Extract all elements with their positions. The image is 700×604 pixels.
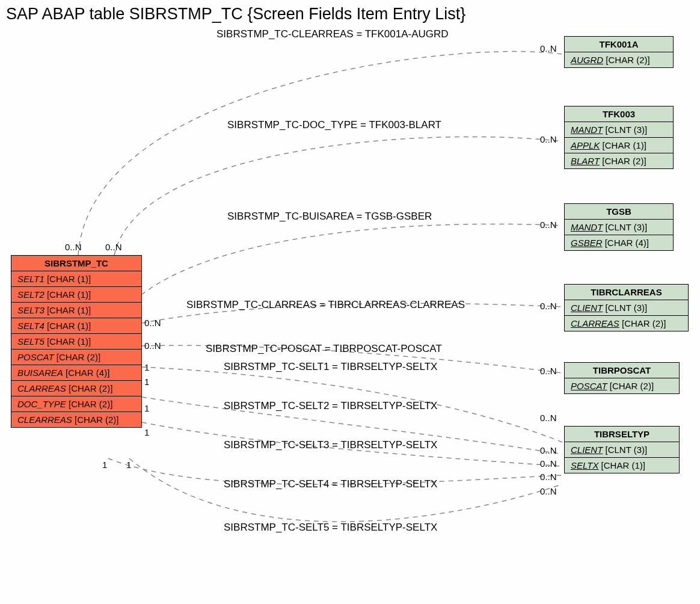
field-row: POSCAT [CHAR (2)] <box>11 350 141 365</box>
cardinality: 1 <box>144 403 149 413</box>
field-row: CLIENT [CLNT (3)] <box>565 442 679 458</box>
field-row: SELT3 [CHAR (1)] <box>11 303 141 318</box>
field-row: AUGRD [CHAR (2)] <box>565 52 673 67</box>
field-row: SELTX [CHAR (1)] <box>565 458 679 473</box>
cardinality: 0..N <box>144 341 161 351</box>
cardinality: 0..N <box>540 366 557 376</box>
cardinality: 0..N <box>540 43 557 54</box>
field-row: CLARREAS [CHAR (2)] <box>11 381 141 396</box>
cardinality: 0..N <box>540 458 557 469</box>
cardinality: 0..N <box>540 220 557 230</box>
cardinality: 1 <box>126 460 131 470</box>
entity-header: TIBRPOSCAT <box>565 363 679 378</box>
cardinality: 1 <box>144 362 149 372</box>
entity-header: TGSB <box>565 204 673 220</box>
field-row: POSCAT [CHAR (2)] <box>565 378 679 393</box>
field-row: SELT4 [CHAR (1)] <box>11 318 141 334</box>
rel-label: SIBRSTMP_TC-CLEARREAS = TFK001A-AUGRD <box>216 28 449 40</box>
cardinality: 1 <box>102 460 107 470</box>
field-row: BUISAREA [CHAR (4)] <box>11 365 141 381</box>
entity-sibrstmp-tc: SIBRSTMP_TC SELT1 [CHAR (1)] SELT2 [CHAR… <box>11 255 142 428</box>
rel-label: SIBRSTMP_TC-BUISAREA = TGSB-GSBER <box>227 211 432 223</box>
page-title: SAP ABAP table SIBRSTMP_TC {Screen Field… <box>6 5 465 23</box>
rel-label: SIBRSTMP_TC-SELT5 = TIBRSELTYP-SELTX <box>224 522 437 534</box>
field-row: SELT5 [CHAR (1)] <box>11 334 141 350</box>
cardinality: 0..N <box>540 472 557 482</box>
field-row: APPLK [CHAR (1)] <box>565 138 673 153</box>
field-row: DOC_TYPE [CHAR (2)] <box>11 396 141 412</box>
cardinality: 0..N <box>540 413 557 423</box>
field-row: BLART [CHAR (2)] <box>565 153 673 168</box>
rel-label: SIBRSTMP_TC-SELT1 = TIBRSELTYP-SELTX <box>224 361 437 373</box>
entity-header: SIBRSTMP_TC <box>11 256 141 271</box>
entity-header: TIBRSELTYP <box>565 427 679 442</box>
cardinality: 0..N <box>540 134 557 144</box>
field-row: MANDT [CLNT (3)] <box>565 122 673 138</box>
cardinality: 0..N <box>540 486 557 496</box>
field-row: CLARREAS [CHAR (2)] <box>565 316 688 331</box>
field-row: SELT2 [CHAR (1)] <box>11 287 141 303</box>
rel-label: SIBRSTMP_TC-DOC_TYPE = TFK003-BLART <box>227 119 441 131</box>
cardinality: 0..N <box>540 301 557 311</box>
entity-tibrposcat: TIBRPOSCAT POSCAT [CHAR (2)] <box>564 362 680 394</box>
rel-label: SIBRSTMP_TC-CLARREAS = TIBRCLARREAS-CLAR… <box>186 299 465 311</box>
entity-header: TFK003 <box>565 106 673 122</box>
field-row: MANDT [CLNT (3)] <box>565 220 673 235</box>
entity-tfk001a: TFK001A AUGRD [CHAR (2)] <box>564 36 674 68</box>
cardinality: 0..N <box>144 318 161 328</box>
cardinality: 0..N <box>540 445 557 455</box>
cardinality: 1 <box>144 377 149 387</box>
entity-tibrclarreas: TIBRCLARREAS CLIENT [CLNT (3)] CLARREAS … <box>564 284 689 331</box>
field-row: CLIENT [CLNT (3)] <box>565 300 688 316</box>
rel-label: SIBRSTMP_TC-SELT3 = TIBRSELTYP-SELTX <box>224 439 437 451</box>
rel-label: SIBRSTMP_TC-POSCAT = TIBRPOSCAT-POSCAT <box>206 343 442 355</box>
field-row: GSBER [CHAR (4)] <box>565 235 673 250</box>
cardinality: 0..N <box>65 242 82 252</box>
entity-tfk003: TFK003 MANDT [CLNT (3)] APPLK [CHAR (1)]… <box>564 106 674 169</box>
rel-label: SIBRSTMP_TC-SELT4 = TIBRSELTYP-SELTX <box>224 478 437 490</box>
rel-label: SIBRSTMP_TC-SELT2 = TIBRSELTYP-SELTX <box>224 400 437 412</box>
cardinality: 0..N <box>105 242 122 252</box>
field-row: CLEARREAS [CHAR (2)] <box>11 412 141 427</box>
entity-header: TFK001A <box>565 37 673 52</box>
entity-tgsb: TGSB MANDT [CLNT (3)] GSBER [CHAR (4)] <box>564 203 674 251</box>
field-row: SELT1 [CHAR (1)] <box>11 271 141 287</box>
cardinality: 1 <box>144 427 149 437</box>
entity-tibrseltyp: TIBRSELTYP CLIENT [CLNT (3)] SELTX [CHAR… <box>564 426 680 473</box>
entity-header: TIBRCLARREAS <box>565 285 688 300</box>
